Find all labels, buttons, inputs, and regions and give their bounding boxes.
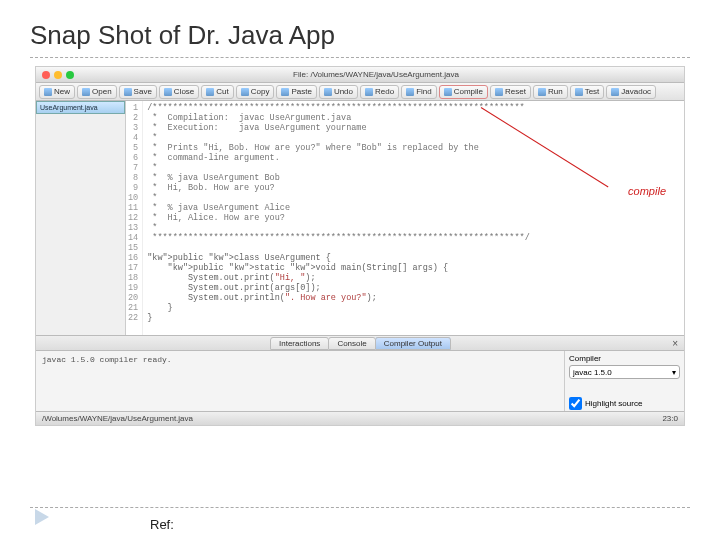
button-label: Open: [92, 87, 112, 96]
highlight-source-label: Highlight source: [585, 399, 642, 408]
close-icon[interactable]: ×: [672, 338, 678, 349]
paste-button[interactable]: Paste: [276, 85, 316, 99]
reset-button[interactable]: Reset: [490, 85, 531, 99]
button-label: Copy: [251, 87, 270, 96]
minimize-window-icon[interactable]: [54, 71, 62, 79]
window-title: File: /Volumes/WAYNE/java/UseArgument.ja…: [74, 70, 678, 79]
button-label: New: [54, 87, 70, 96]
cut-icon: [206, 88, 214, 96]
compile-button[interactable]: Compile: [439, 85, 488, 99]
paste-icon: [281, 88, 289, 96]
button-label: Close: [174, 87, 194, 96]
copy-icon: [241, 88, 249, 96]
line-gutter: 12345678910111213141516171819202122: [126, 101, 143, 335]
button-label: Paste: [291, 87, 311, 96]
open-icon: [82, 88, 90, 96]
panel-tabs: InteractionsConsoleCompiler Output ×: [36, 335, 684, 351]
run-button[interactable]: Run: [533, 85, 568, 99]
file-tab[interactable]: UseArgument.java: [36, 101, 125, 114]
toolbar: NewOpenSaveCloseCutCopyPasteUndoRedoFind…: [36, 83, 684, 101]
tab-interactions[interactable]: Interactions: [270, 337, 329, 350]
compiler-message: javac 1.5.0 compiler ready.: [36, 351, 564, 411]
find-button[interactable]: Find: [401, 85, 437, 99]
save-icon: [124, 88, 132, 96]
test-button[interactable]: Test: [570, 85, 605, 99]
ref-label: Ref:: [150, 517, 174, 532]
button-label: Redo: [375, 87, 394, 96]
main-area: UseArgument.java 12345678910111213141516…: [36, 101, 684, 335]
slide-arrow-icon: [35, 509, 49, 525]
new-icon: [44, 88, 52, 96]
close-icon: [164, 88, 172, 96]
cut-button[interactable]: Cut: [201, 85, 233, 99]
close-button[interactable]: Close: [159, 85, 199, 99]
window-controls: [42, 71, 74, 79]
bottom-divider: [30, 507, 690, 508]
copy-button[interactable]: Copy: [236, 85, 275, 99]
find-icon: [406, 88, 414, 96]
new-button[interactable]: New: [39, 85, 75, 99]
button-label: Run: [548, 87, 563, 96]
code-editor[interactable]: 12345678910111213141516171819202122 /***…: [126, 101, 684, 335]
zoom-window-icon[interactable]: [66, 71, 74, 79]
run-icon: [538, 88, 546, 96]
button-label: Find: [416, 87, 432, 96]
button-label: Test: [585, 87, 600, 96]
highlight-source-checkbox[interactable]: [569, 397, 582, 410]
drjava-window: File: /Volumes/WAYNE/java/UseArgument.ja…: [35, 66, 685, 426]
compile-annotation: compile: [628, 185, 666, 197]
compiler-value: javac 1.5.0: [573, 368, 612, 377]
file-list: UseArgument.java: [36, 101, 126, 335]
javadoc-button[interactable]: Javadoc: [606, 85, 656, 99]
tab-compiler-output[interactable]: Compiler Output: [375, 337, 451, 350]
compiler-select[interactable]: javac 1.5.0 ▾: [569, 365, 680, 379]
compile-icon: [444, 88, 452, 96]
status-position: 23:0: [662, 414, 678, 423]
status-bar: /Wolumes/WAYNE/java/UseArgument.java 23:…: [36, 411, 684, 425]
tab-console[interactable]: Console: [328, 337, 375, 350]
javadoc-icon: [611, 88, 619, 96]
chevron-down-icon: ▾: [672, 368, 676, 377]
code-content[interactable]: /***************************************…: [143, 101, 534, 335]
redo-icon: [365, 88, 373, 96]
compiler-label: Compiler: [569, 354, 680, 363]
button-label: Save: [134, 87, 152, 96]
title-divider: [30, 57, 690, 58]
button-label: Cut: [216, 87, 228, 96]
button-label: Reset: [505, 87, 526, 96]
reset-icon: [495, 88, 503, 96]
redo-button[interactable]: Redo: [360, 85, 399, 99]
test-icon: [575, 88, 583, 96]
undo-icon: [324, 88, 332, 96]
save-button[interactable]: Save: [119, 85, 157, 99]
window-title-bar: File: /Volumes/WAYNE/java/UseArgument.ja…: [36, 67, 684, 83]
close-window-icon[interactable]: [42, 71, 50, 79]
button-label: Javadoc: [621, 87, 651, 96]
button-label: Undo: [334, 87, 353, 96]
compiler-side-panel: Compiler javac 1.5.0 ▾ Highlight source: [564, 351, 684, 411]
open-button[interactable]: Open: [77, 85, 117, 99]
undo-button[interactable]: Undo: [319, 85, 358, 99]
button-label: Compile: [454, 87, 483, 96]
slide-title: Snap Shot of Dr. Java App: [0, 0, 720, 57]
status-path: /Wolumes/WAYNE/java/UseArgument.java: [42, 414, 193, 423]
output-panel: javac 1.5.0 compiler ready. Compiler jav…: [36, 351, 684, 411]
